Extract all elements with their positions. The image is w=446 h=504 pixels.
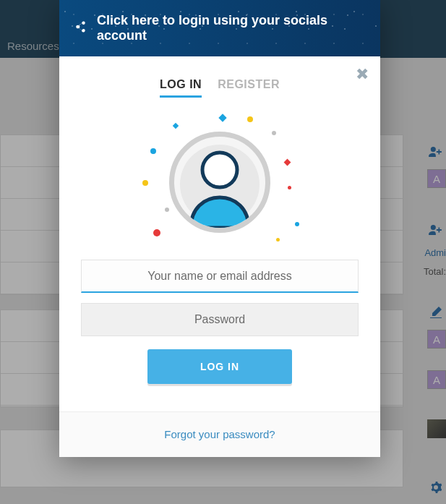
- tab-login[interactable]: LOG IN: [160, 78, 202, 98]
- username-input[interactable]: [81, 260, 359, 293]
- auth-tabs: LOG IN REGISTER: [81, 78, 359, 98]
- social-login-banner[interactable]: Click here to login using your socials a…: [59, 0, 380, 56]
- user-icon: [180, 141, 260, 228]
- share-icon: [74, 20, 87, 37]
- modal-footer: Forgot your password?: [59, 411, 380, 457]
- social-banner-text: Click here to login using your socials a…: [97, 13, 366, 43]
- login-button[interactable]: LOG IN: [147, 349, 292, 384]
- tab-register[interactable]: REGISTER: [218, 78, 280, 98]
- avatar-illustration: [140, 114, 299, 251]
- avatar-circle: [169, 132, 270, 233]
- forgot-password-link[interactable]: Forgot your password?: [164, 428, 275, 440]
- close-button[interactable]: ✖: [354, 67, 370, 82]
- password-input[interactable]: [81, 303, 359, 336]
- login-modal: Click here to login using your socials a…: [59, 0, 380, 457]
- close-icon: ✖: [356, 65, 369, 84]
- svg-point-1: [202, 153, 237, 187]
